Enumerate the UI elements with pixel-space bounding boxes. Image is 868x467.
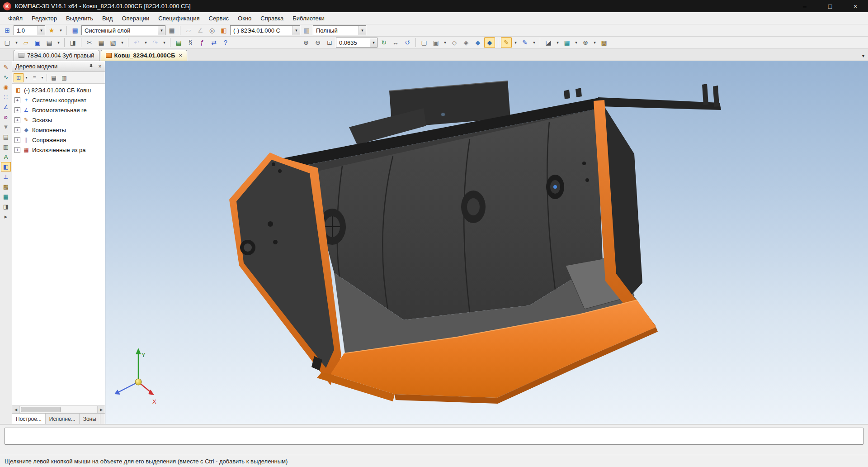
paste-dropdown[interactable]: ▾ — [119, 37, 125, 48]
specification-button[interactable]: § — [185, 37, 196, 48]
snap-grid-button[interactable]: ⊞ — [2, 25, 13, 36]
chevron-down-icon[interactable]: ▾ — [38, 26, 45, 35]
expand-icon[interactable]: + — [14, 137, 20, 143]
redo-dropdown[interactable]: ▾ — [161, 37, 167, 48]
hidden-line-button[interactable]: ◈ — [461, 37, 472, 48]
panel-library[interactable]: ▦ — [1, 192, 11, 201]
panel-dimensions[interactable]: ⊥ — [1, 172, 11, 181]
minimize-button[interactable]: – — [792, 0, 817, 12]
chevron-down-icon[interactable]: ▾ — [58, 25, 64, 36]
quick-line-dropdown[interactable]: ▾ — [513, 37, 519, 48]
tree-relations-button[interactable]: ▤ — [49, 73, 59, 82]
panel-aux-geometry[interactable]: ∠ — [1, 102, 11, 112]
menu-select[interactable]: Выделить — [61, 13, 98, 24]
panel-specification[interactable]: ▤ — [1, 132, 11, 142]
quick-surface-dropdown[interactable]: ▾ — [531, 37, 537, 48]
panel-sheet-metal[interactable]: ◧ — [1, 162, 11, 172]
expand-icon[interactable]: + — [14, 107, 20, 113]
menu-operations[interactable]: Операции — [117, 13, 154, 24]
layer-manager-button[interactable]: ▦ — [166, 25, 177, 36]
compass-button[interactable]: ◎ — [207, 25, 217, 36]
section-view-button[interactable]: ◪ — [543, 37, 554, 48]
help-context-button[interactable]: ? — [220, 37, 231, 48]
tree-root-item[interactable]: ◧ (-) 82Э4.01.000 СБ Ковш — [12, 85, 105, 95]
scrollbar-thumb[interactable] — [21, 407, 61, 412]
chevron-down-icon[interactable]: ▾ — [158, 26, 165, 35]
macro-panel-button[interactable]: ▩ — [599, 37, 609, 48]
zoom-in-button[interactable]: ⊕ — [301, 37, 311, 48]
panel-edit-part[interactable]: ✎ — [1, 62, 11, 72]
chevron-down-icon[interactable]: ▾ — [292, 26, 300, 35]
layer-combo[interactable]: Системный слой ▾ — [81, 25, 165, 35]
tree-item-components[interactable]: + ◆ Компоненты — [12, 125, 105, 135]
orientation-front-button[interactable]: ▢ — [419, 37, 429, 48]
maximize-button[interactable]: □ — [817, 0, 843, 12]
menu-help[interactable]: Справка — [256, 13, 288, 24]
settings-button[interactable]: ⊛ — [580, 37, 591, 48]
redo-button[interactable]: ↷ — [150, 37, 160, 48]
angle-snap-button[interactable]: ∠ — [195, 25, 206, 36]
panel-filters[interactable]: ▼ — [1, 122, 11, 132]
undo-dropdown[interactable]: ▾ — [143, 37, 149, 48]
pin-icon[interactable] — [88, 63, 94, 70]
tree-composition-dropdown[interactable]: ▾ — [40, 73, 45, 82]
scale-combo[interactable]: 1.0 ▾ — [14, 25, 45, 35]
panel-measure[interactable]: ⌀ — [1, 112, 11, 122]
undo-button[interactable]: ↶ — [131, 37, 142, 48]
refresh-image-button[interactable]: ↻ — [378, 37, 389, 48]
tree-view-structure-button[interactable]: ⊞ — [14, 73, 24, 82]
chevron-down-icon[interactable]: ▾ — [370, 38, 377, 47]
insert-fragment-button[interactable]: ▤ — [173, 37, 184, 48]
scroll-left-icon[interactable]: ◀ — [12, 406, 20, 413]
tree-item-sketches[interactable]: + ✎ Эскизы — [12, 115, 105, 125]
fx-variables-button[interactable]: ƒ — [197, 37, 208, 48]
menu-service[interactable]: Сервис — [204, 13, 234, 24]
tree-doc-button[interactable]: ▥ — [59, 73, 69, 82]
menu-window[interactable]: Окно — [233, 13, 256, 24]
wireframe-button[interactable]: ◇ — [449, 37, 460, 48]
3d-viewport[interactable]: Y X — [105, 61, 868, 424]
tree-scrollbar[interactable]: ◀ ▶ — [12, 405, 105, 413]
panel-more[interactable]: ▸ — [1, 212, 11, 221]
tab-document-bucket[interactable]: Ковш_82Э4.01.000СБ × — [101, 50, 188, 61]
panel-reports[interactable]: ▥ — [1, 142, 11, 152]
cut-button[interactable]: ✂ — [84, 37, 95, 48]
tree-view-dropdown[interactable]: ▾ — [24, 73, 29, 82]
tree-tab-execution[interactable]: Исполне... — [46, 414, 80, 424]
tab-document-tooth[interactable]: 78Э4.00.004 Зуб правый — [14, 50, 99, 61]
save-button[interactable]: ▣ — [32, 37, 43, 48]
zoom-combo[interactable]: 0.0635 ▾ — [336, 38, 377, 48]
scrollbar-track[interactable] — [20, 406, 97, 413]
tree-tab-construction[interactable]: Построе... — [12, 414, 46, 424]
sheet-settings-button[interactable]: ▱ — [183, 25, 194, 36]
close-icon[interactable]: × — [97, 63, 103, 70]
display-style-combo[interactable]: Полный ▾ — [313, 25, 366, 35]
quick-surface-button[interactable]: ✎ — [519, 37, 530, 48]
pan-button[interactable]: ↔ — [390, 37, 401, 48]
message-field[interactable] — [5, 428, 863, 445]
tree-item-excluded[interactable]: + ▦ Исключенные из ра — [12, 145, 105, 155]
close-button[interactable]: × — [843, 0, 868, 12]
zoom-out-button[interactable]: ⊖ — [312, 37, 323, 48]
panel-space-curves[interactable]: ∿ — [1, 72, 11, 82]
menu-editor[interactable]: Редактор — [27, 13, 61, 24]
current-document-combo[interactable]: (-) 82Э4.01.000 С ▾ — [230, 25, 300, 35]
style-wand-button[interactable]: ★ — [46, 25, 57, 36]
shaded-edges-button[interactable]: ◆ — [484, 37, 495, 48]
shaded-button[interactable]: ◆ — [472, 37, 483, 48]
panel-apps[interactable]: ◨ — [1, 202, 11, 211]
print-dropdown[interactable]: ▾ — [56, 37, 61, 48]
expand-icon[interactable]: + — [14, 147, 20, 153]
expand-icon[interactable]: + — [14, 117, 20, 123]
menu-libraries[interactable]: Библиотеки — [288, 13, 329, 24]
tree-item-auxiliary-geometry[interactable]: + ∠ Вспомогательная ге — [12, 105, 105, 115]
tree-item-mates[interactable]: + ∥ Сопряжения — [12, 135, 105, 145]
orientation-iso-button[interactable]: ▣ — [430, 37, 441, 48]
close-icon[interactable]: × — [179, 52, 183, 59]
tree-composition-button[interactable]: ≡ — [29, 73, 39, 82]
print-button[interactable]: ▤ — [44, 37, 55, 48]
panel-macro[interactable]: ▩ — [1, 182, 11, 191]
panel-notation[interactable]: A — [1, 152, 11, 162]
scroll-right-icon[interactable]: ▶ — [97, 406, 105, 413]
copy-button[interactable]: ▦ — [96, 37, 107, 48]
